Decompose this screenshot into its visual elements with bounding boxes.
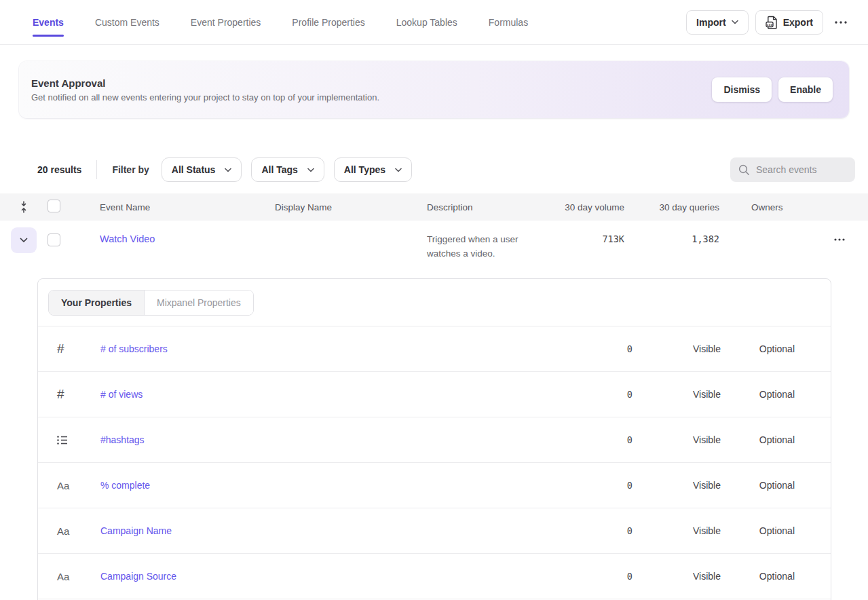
property-visibility: Visible: [633, 571, 721, 582]
row-checkbox[interactable]: [48, 233, 60, 246]
property-name-link[interactable]: Campaign Name: [100, 525, 172, 536]
csv-file-icon: csv: [766, 16, 778, 29]
property-requirement: Optional: [721, 480, 795, 491]
types-filter-dropdown[interactable]: All Types: [334, 157, 412, 182]
tab-custom-events[interactable]: Custom Events: [95, 17, 159, 28]
tab-events[interactable]: Events: [33, 17, 64, 28]
more-options-button[interactable]: [830, 12, 852, 33]
property-visibility: Visible: [633, 525, 721, 536]
properties-tabs: Your Properties Mixpanel Properties: [48, 290, 254, 316]
tags-filter-dropdown[interactable]: All Tags: [251, 157, 324, 182]
queries-value: 1,382: [692, 233, 719, 244]
banner-title: Event Approval: [31, 77, 379, 89]
row-checkbox-cell: [48, 221, 100, 249]
property-name-link[interactable]: # of subscribers: [100, 343, 168, 354]
property-row: # # of views 0 Visible Optional: [38, 372, 831, 417]
top-navigation: Events Custom Events Event Properties Pr…: [0, 0, 868, 45]
collapse-vertical-icon: [19, 201, 29, 213]
collapse-row-button[interactable]: [11, 227, 37, 253]
property-requirement: Optional: [721, 434, 795, 445]
dismiss-button[interactable]: Dismiss: [712, 77, 772, 102]
ellipsis-icon: [835, 21, 847, 24]
column-30-day-volume: 30 day volume: [556, 202, 624, 212]
filter-by-label: Filter by: [112, 164, 149, 175]
export-button[interactable]: csv Export: [755, 10, 823, 35]
divider: [96, 160, 97, 179]
property-volume: 0: [551, 343, 633, 354]
property-row: # # of subscribers 0 Visible Optional: [38, 326, 831, 372]
status-filter-dropdown[interactable]: All Status: [162, 157, 242, 182]
row-more-button[interactable]: [829, 229, 850, 250]
event-name-link[interactable]: Watch Video: [100, 233, 155, 244]
property-name-link[interactable]: % complete: [100, 480, 150, 491]
property-name-link[interactable]: #hashtags: [100, 434, 145, 445]
column-display-name: Display Name: [275, 202, 427, 212]
column-description: Description: [427, 202, 556, 212]
enable-button[interactable]: Enable: [778, 77, 833, 102]
chevron-down-icon: [225, 168, 231, 172]
events-table-header: Event Name Display Name Description 30 d…: [0, 193, 868, 221]
table-row-watch-video: Watch Video Triggered when a user watche…: [0, 221, 868, 278]
property-volume: 0: [551, 525, 633, 536]
column-event-name: Event Name: [100, 202, 275, 212]
tab-profile-properties[interactable]: Profile Properties: [292, 17, 364, 28]
chevron-down-icon: [20, 238, 28, 243]
column-owners: Owners: [719, 202, 801, 212]
property-visibility: Visible: [633, 343, 721, 354]
event-properties-panel: Your Properties Mixpanel Properties # # …: [37, 278, 831, 600]
text-property-icon: Aa: [38, 525, 100, 537]
types-filter-label: All Types: [344, 164, 385, 175]
tab-your-properties[interactable]: Your Properties: [49, 290, 145, 315]
property-requirement: Optional: [721, 571, 795, 582]
text-property-icon: Aa: [38, 571, 100, 582]
properties-tabbar: Your Properties Mixpanel Properties: [38, 279, 831, 326]
banner-text: Event Approval Get notified on all new e…: [31, 77, 379, 102]
text-property-icon: Aa: [38, 480, 100, 491]
search-events-box[interactable]: [730, 157, 855, 182]
numeric-property-icon: #: [38, 387, 100, 402]
property-row: #hashtags 0 Visible Optional: [38, 417, 831, 463]
expander-cell: [0, 221, 48, 253]
select-all-checkbox-cell: [48, 200, 100, 214]
column-30-day-queries: 30 day queries: [624, 202, 719, 212]
property-volume: 0: [551, 389, 633, 400]
property-row: Aa Campaign Name 0 Visible Optional: [38, 508, 831, 554]
property-row: Aa % complete 0 Visible Optional: [38, 463, 831, 508]
property-row: Aa Campaign Source 0 Visible Optional: [38, 554, 831, 599]
nav-tabs: Events Custom Events Event Properties Pr…: [33, 17, 528, 28]
property-visibility: Visible: [633, 480, 721, 491]
banner-description: Get notified on all new events entering …: [31, 92, 379, 102]
chevron-down-icon: [395, 168, 402, 172]
search-events-input[interactable]: [756, 164, 844, 175]
results-count: 20 results: [37, 164, 81, 175]
event-description: Triggered when a user watches a video.: [427, 232, 535, 261]
tab-formulas[interactable]: Formulas: [489, 17, 528, 28]
select-all-checkbox[interactable]: [48, 200, 60, 212]
import-button[interactable]: Import: [686, 10, 749, 35]
property-requirement: Optional: [721, 343, 795, 354]
event-approval-banner: Event Approval Get notified on all new e…: [19, 61, 849, 118]
property-visibility: Visible: [633, 434, 721, 445]
search-icon: [738, 164, 750, 176]
property-volume: 0: [551, 571, 633, 582]
property-visibility: Visible: [633, 389, 721, 400]
property-requirement: Optional: [721, 525, 795, 536]
tab-event-properties[interactable]: Event Properties: [191, 17, 261, 28]
tab-lookup-tables[interactable]: Lookup Tables: [396, 17, 457, 28]
tags-filter-label: All Tags: [261, 164, 297, 175]
property-requirement: Optional: [721, 389, 795, 400]
tab-mixpanel-properties[interactable]: Mixpanel Properties: [145, 290, 253, 315]
chevron-down-icon: [732, 20, 738, 24]
nav-actions: Import csv Export: [686, 10, 852, 35]
chevron-down-icon: [307, 168, 314, 172]
collapse-all-control[interactable]: [0, 201, 48, 213]
property-volume: 0: [551, 480, 633, 491]
property-name-link[interactable]: Campaign Source: [100, 571, 176, 582]
volume-value: 713K: [602, 233, 624, 244]
status-filter-label: All Status: [172, 164, 216, 175]
list-property-icon: [38, 436, 100, 445]
svg-text:csv: csv: [766, 22, 772, 26]
property-name-link[interactable]: # of views: [100, 389, 143, 400]
ellipsis-icon: [834, 238, 845, 241]
filter-bar: 20 results Filter by All Status All Tags…: [0, 157, 868, 182]
